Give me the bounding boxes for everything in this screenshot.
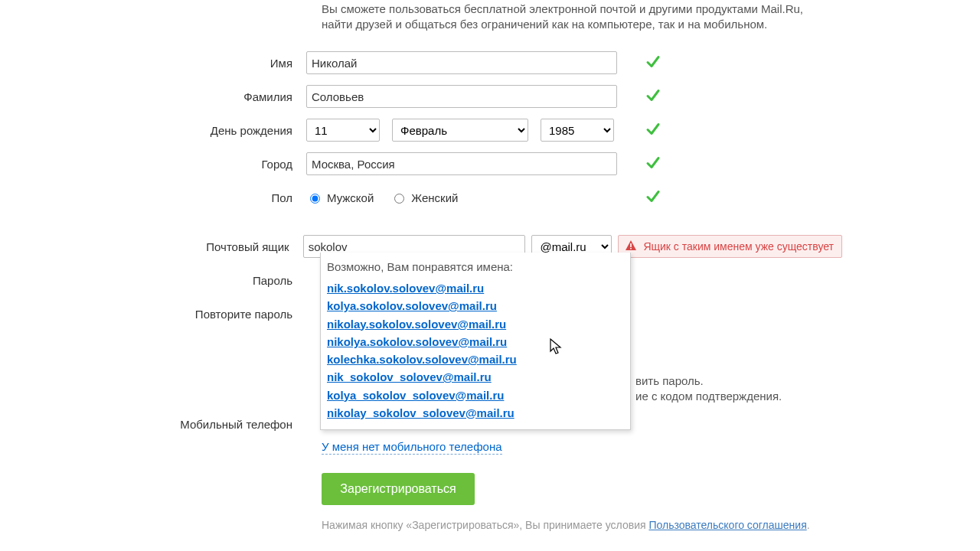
birthday-year-select[interactable]: 1985 <box>541 119 614 142</box>
suggestion-link[interactable]: nik.sokolov.solovev@mail.ru <box>327 279 484 297</box>
suggestions-title: Возможно, Вам понравятся имена: <box>327 260 624 273</box>
no-phone-link[interactable]: У меня нет мобильного телефона <box>322 440 502 455</box>
suggestion-link[interactable]: nikolay.sokolov.solovev@mail.ru <box>327 315 506 333</box>
suggestion-link[interactable]: nik_sokolov_solovev@mail.ru <box>327 368 492 386</box>
suggestions-list: nik.sokolov.solovev@mail.ru kolya.sokolo… <box>327 279 624 422</box>
label-mobile: Мобильный телефон <box>0 418 306 431</box>
last-name-field[interactable] <box>306 85 617 108</box>
row-gender: Пол Мужской Женский <box>0 181 842 214</box>
check-icon <box>645 189 661 207</box>
city-field[interactable] <box>306 152 617 175</box>
label-password: Пароль <box>0 274 306 287</box>
warning-icon <box>625 240 637 254</box>
suggestion-link[interactable]: nikolya.sokolov.solovev@mail.ru <box>327 333 507 350</box>
mailbox-error: Ящик с таким именем уже существует <box>618 235 842 258</box>
check-icon <box>645 155 661 173</box>
first-name-field[interactable] <box>306 51 617 74</box>
mailbox-error-text: Ящик с таким именем уже существует <box>643 240 834 253</box>
label-city: Город <box>0 158 306 171</box>
label-last-name: Фамилия <box>0 90 306 103</box>
agreement-link[interactable]: Пользовательского соглашения <box>648 519 806 531</box>
check-icon <box>645 122 661 139</box>
birthday-day-select[interactable]: 11 <box>306 119 380 142</box>
row-city: Город <box>0 147 842 181</box>
label-mailbox: Почтовый ящик <box>0 240 303 253</box>
gender-male-label: Мужской <box>327 191 374 204</box>
intro-text: Вы сможете пользоваться бесплатной элект… <box>322 2 812 31</box>
gender-female-label: Женский <box>411 191 458 204</box>
row-first-name: Имя <box>0 46 842 80</box>
birthday-month-select[interactable]: Февраль <box>392 119 528 142</box>
mailbox-suggestions-popup: Возможно, Вам понравятся имена: nik.soko… <box>320 253 631 430</box>
disclaimer: Нажимая кнопку «Зарегистрироваться», Вы … <box>322 519 810 531</box>
suggestion-link[interactable]: kolya.sokolov.solovev@mail.ru <box>327 297 497 315</box>
check-icon <box>645 88 661 106</box>
disclaimer-text: Нажимая кнопку «Зарегистрироваться», Вы … <box>322 519 648 531</box>
label-first-name: Имя <box>0 57 306 70</box>
hint-text-partial: вить пароль. ие с кодом подтверждения. <box>635 373 782 405</box>
gender-female-item[interactable]: Женский <box>390 191 458 204</box>
label-birthday: День рождения <box>0 124 306 137</box>
row-birthday: День рождения 11 Февраль 1985 <box>0 113 842 147</box>
svg-rect-0 <box>631 243 632 247</box>
row-last-name: Фамилия <box>0 80 842 113</box>
label-gender: Пол <box>0 191 306 204</box>
gender-male-radio[interactable] <box>310 194 320 204</box>
suggestion-link[interactable]: nikolay_sokolov_solovev@mail.ru <box>327 404 514 422</box>
svg-rect-1 <box>631 248 632 249</box>
gender-male-item[interactable]: Мужской <box>306 191 374 204</box>
gender-female-radio[interactable] <box>394 194 404 204</box>
suggestion-link[interactable]: kolya_sokolov_solovev@mail.ru <box>327 386 504 404</box>
check-icon <box>645 54 661 72</box>
submit-button[interactable]: Зарегистрироваться <box>322 473 475 505</box>
suggestion-link[interactable]: kolechka.sokolov.solovev@mail.ru <box>327 350 517 368</box>
label-password-repeat: Повторите пароль <box>0 308 306 321</box>
